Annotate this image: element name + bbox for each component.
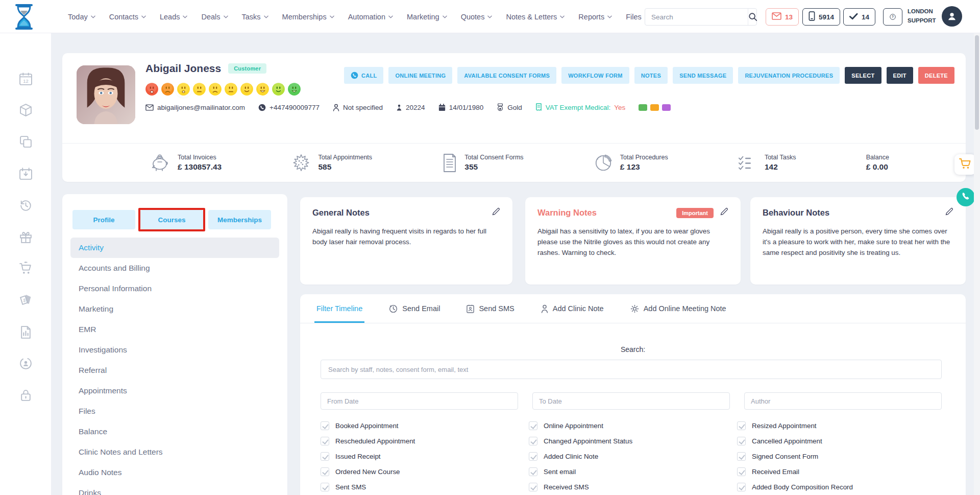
nav-item-deals[interactable]: Deals (201, 13, 228, 21)
timeline-tab-send-email[interactable]: Send Email (389, 294, 440, 323)
checkbox-issued-receipt[interactable] (321, 452, 329, 461)
calendar-book-icon[interactable] (19, 167, 33, 181)
nav-item-contacts[interactable]: Contacts (109, 13, 146, 21)
online-meeting-button[interactable]: ONLINE MEETING (388, 67, 452, 84)
tasks-badge[interactable]: 14 (843, 8, 875, 26)
timeline-tab-filter-timeline[interactable]: Filter Timeline (316, 294, 362, 323)
sidebar-item-balance[interactable]: Balance (70, 421, 279, 442)
important-badge: Important (676, 208, 714, 218)
checkbox-added-body-composition-record[interactable] (737, 483, 746, 491)
satisfaction-emoji-5[interactable] (208, 82, 222, 96)
nav-item-reports[interactable]: Reports (578, 13, 612, 21)
floating-cart-button[interactable] (954, 154, 976, 175)
lock-icon[interactable] (19, 388, 33, 402)
tags-icon[interactable]: $ (19, 293, 33, 307)
report-icon[interactable] (19, 325, 33, 339)
checkbox-sent-sms[interactable] (321, 483, 329, 491)
satisfaction-emoji-9[interactable] (272, 82, 285, 96)
nav-item-files[interactable]: Files (626, 13, 642, 21)
nav-item-quotes[interactable]: Quotes (461, 13, 493, 21)
rejuvenation-procedures-button[interactable]: REJUVENATION PROCEDURES (738, 67, 840, 84)
satisfaction-emoji-4[interactable] (192, 82, 206, 96)
nav-item-notes-letters[interactable]: Notes & Letters (506, 13, 565, 21)
sms-badge[interactable]: 5914 (802, 8, 840, 26)
scrollbar-thumb[interactable] (975, 35, 979, 130)
satisfaction-emoji-1[interactable] (145, 82, 159, 96)
checkbox-signed-consent-form[interactable] (737, 452, 746, 461)
cart-icon[interactable] (19, 262, 33, 275)
history-icon[interactable] (19, 199, 33, 213)
workflow-form-button[interactable]: WORKFLOW FORM (561, 67, 629, 84)
sidebar-item-drinks[interactable]: Drinks (70, 483, 279, 495)
satisfaction-emoji-7[interactable] (240, 82, 254, 96)
nav-item-memberships[interactable]: Memberships (282, 13, 334, 21)
help-button[interactable]: ? (883, 8, 902, 26)
sidebar-item-investigations[interactable]: Investigations (70, 340, 279, 360)
edit-general-notes-pencil-icon[interactable] (492, 207, 500, 218)
tab-courses[interactable]: Courses (140, 210, 203, 229)
sidebar-item-clinic-notes-and-letters[interactable]: Clinic Notes and Letters (70, 442, 279, 462)
timeline-tab-send-sms[interactable]: Send SMS (467, 294, 514, 323)
nav-item-today[interactable]: Today (68, 13, 95, 21)
sidebar-item-accounts-and-billing[interactable]: Accounts and Billing (70, 258, 279, 278)
copy-icon[interactable] (19, 135, 33, 149)
nav-item-marketing[interactable]: Marketing (407, 13, 447, 21)
sidebar-item-appointments[interactable]: Appointments (70, 381, 279, 401)
sidebar-item-marketing[interactable]: Marketing (70, 299, 279, 319)
sidebar-item-referral[interactable]: Referral (70, 360, 279, 381)
tab-profile[interactable]: Profile (72, 210, 135, 229)
timeline-tab-add-online-meeting-note[interactable]: Add Online Meeting Note (630, 294, 726, 323)
button-label: EDIT (893, 73, 906, 79)
global-search-input[interactable] (645, 13, 748, 21)
mail-badge[interactable]: 13 (766, 8, 799, 26)
floating-call-button[interactable] (957, 188, 975, 206)
package-icon[interactable] (19, 103, 33, 117)
timeline-tab-add-clinic-note[interactable]: Add Clinic Note (541, 294, 604, 323)
satisfaction-emoji-3[interactable] (177, 82, 190, 96)
nav-item-tasks[interactable]: Tasks (242, 13, 268, 21)
sidebar-item-emr[interactable]: EMR (70, 319, 279, 340)
checkbox-online-appointment[interactable] (529, 421, 537, 430)
checkbox-received-sms[interactable] (529, 483, 537, 491)
satisfaction-emoji-6[interactable] (224, 82, 238, 96)
edit-behaviour-notes-pencil-icon[interactable] (945, 207, 953, 218)
nav-item-leads[interactable]: Leads (160, 13, 188, 21)
user-avatar[interactable] (942, 6, 962, 27)
from-date-input[interactable] (321, 392, 518, 410)
satisfaction-emoji-10[interactable] (287, 82, 301, 96)
select-button[interactable]: SELECT (845, 67, 881, 84)
user-sync-icon[interactable] (19, 357, 33, 370)
sidebar-item-activity[interactable]: Activity (70, 238, 279, 258)
search-icon[interactable] (748, 9, 757, 25)
timeline-search-input[interactable] (321, 360, 942, 379)
send-message-button[interactable]: SEND MESSAGE (673, 67, 733, 84)
sidebar-item-files[interactable]: Files (70, 401, 279, 421)
checkbox-rescheduled-appointment[interactable] (321, 437, 329, 445)
to-date-input[interactable] (532, 392, 730, 410)
notes-button[interactable]: NOTES (634, 67, 668, 84)
checkbox-ordered-new-course[interactable] (321, 467, 329, 476)
app-logo-hourglass-icon[interactable] (13, 4, 35, 30)
available-consent-forms-button[interactable]: AVAILABLE CONSENT FORMS (457, 67, 556, 84)
delete-button[interactable]: DELETE (918, 67, 954, 84)
checkbox-resized-appointment[interactable] (737, 421, 746, 430)
calendar12-icon[interactable]: 12 (19, 72, 33, 86)
sidebar-item-audio-notes[interactable]: Audio Notes (70, 462, 279, 483)
nav-item-automation[interactable]: Automation (348, 13, 393, 21)
satisfaction-emoji-8[interactable] (256, 82, 270, 96)
gift-icon[interactable] (19, 230, 33, 244)
satisfaction-emoji-2[interactable] (161, 82, 175, 96)
checkbox-cancelled-appointment[interactable] (737, 437, 746, 445)
call-button[interactable]: CALL (344, 67, 384, 84)
checkbox-sent-email[interactable] (529, 467, 537, 476)
edit-warning-notes-pencil-icon[interactable] (720, 207, 728, 218)
checkbox-received-email[interactable] (737, 467, 746, 476)
sidebar-item-personal-information[interactable]: Personal Information (70, 278, 279, 299)
author-input[interactable] (744, 392, 942, 410)
checkbox-booked-appointment[interactable] (321, 421, 329, 430)
checkbox-added-clinic-note[interactable] (529, 452, 537, 461)
tab-memberships[interactable]: Memberships (208, 210, 271, 229)
edit-button[interactable]: EDIT (887, 67, 913, 84)
customer-photo[interactable] (77, 65, 135, 124)
checkbox-changed-appointment-status[interactable] (529, 437, 537, 445)
